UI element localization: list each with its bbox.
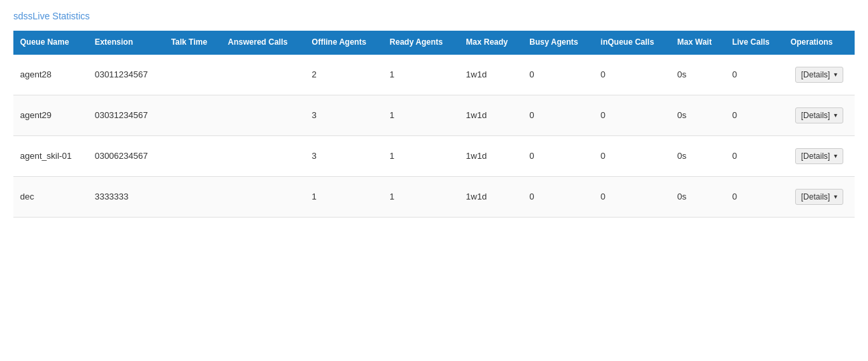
cell-busy-agents: 0 (523, 135, 594, 176)
cell-offline-agents: 3 (305, 135, 384, 176)
details-label: [Details] (801, 151, 830, 161)
chevron-down-icon: ▾ (834, 111, 837, 119)
col-header-max-ready: Max Ready (459, 31, 523, 55)
cell-offline-agents: 1 (305, 176, 384, 217)
cell-max-wait: 0s (671, 176, 726, 217)
cell-talk-time (164, 55, 221, 95)
cell-inqueue-calls: 0 (594, 55, 671, 95)
cell-talk-time (164, 95, 221, 135)
chevron-down-icon: ▾ (834, 152, 837, 159)
cell-live-calls: 0 (726, 176, 784, 217)
cell-inqueue-calls: 0 (594, 176, 671, 217)
cell-max-ready: 1w1d (459, 55, 523, 95)
col-header-inqueue-calls: inQueue Calls (594, 31, 671, 55)
col-header-busy-agents: Busy Agents (523, 31, 594, 55)
col-header-extension: Extension (88, 31, 164, 55)
cell-extension: 03031234567 (88, 95, 164, 135)
cell-operations: [Details]▾ (784, 135, 855, 176)
cell-live-calls: 0 (726, 55, 784, 95)
cell-extension: 3333333 (88, 176, 164, 217)
cell-max-ready: 1w1d (459, 135, 523, 176)
cell-answered-calls (221, 176, 305, 217)
cell-inqueue-calls: 0 (594, 95, 671, 135)
details-button[interactable]: [Details]▾ (795, 148, 843, 164)
col-header-queue-name: Queue Name (13, 31, 88, 55)
chevron-down-icon: ▾ (834, 193, 837, 200)
cell-answered-calls (221, 95, 305, 135)
table-row: agent2803011234567211w1d000s0[Details]▾ (13, 55, 855, 95)
statistics-table: Queue Name Extension Talk Time Answered … (13, 31, 855, 218)
cell-live-calls: 0 (726, 95, 784, 135)
col-header-max-wait: Max Wait (671, 31, 726, 55)
cell-ready-agents: 1 (383, 95, 459, 135)
cell-talk-time (164, 135, 221, 176)
cell-inqueue-calls: 0 (594, 135, 671, 176)
table-header-row: Queue Name Extension Talk Time Answered … (13, 31, 855, 55)
cell-live-calls: 0 (726, 135, 784, 176)
table-row: dec3333333111w1d000s0[Details]▾ (13, 176, 855, 217)
col-header-live-calls: Live Calls (726, 31, 784, 55)
cell-operations: [Details]▾ (784, 176, 855, 217)
cell-max-wait: 0s (671, 95, 726, 135)
cell-offline-agents: 3 (305, 95, 384, 135)
cell-ready-agents: 1 (383, 176, 459, 217)
details-label: [Details] (801, 192, 830, 202)
cell-max-wait: 0s (671, 135, 726, 176)
col-header-talk-time: Talk Time (164, 31, 221, 55)
cell-extension: 03011234567 (88, 55, 164, 95)
cell-offline-agents: 2 (305, 55, 384, 95)
details-button[interactable]: [Details]▾ (795, 189, 843, 205)
table-row: agent_skil-0103006234567311w1d000s0[Deta… (13, 135, 855, 176)
cell-operations: [Details]▾ (784, 55, 855, 95)
details-label: [Details] (801, 111, 830, 120)
page-wrapper: sdssLive Statistics Queue Name Extension… (0, 0, 868, 361)
col-header-answered-calls: Answered Calls (221, 31, 305, 55)
col-header-ready-agents: Ready Agents (383, 31, 459, 55)
cell-operations: [Details]▾ (784, 95, 855, 135)
cell-queue-name: agent28 (13, 55, 88, 95)
cell-queue-name: agent29 (13, 95, 88, 135)
cell-answered-calls (221, 135, 305, 176)
col-header-operations: Operations (784, 31, 855, 55)
cell-answered-calls (221, 55, 305, 95)
cell-max-ready: 1w1d (459, 95, 523, 135)
cell-ready-agents: 1 (383, 55, 459, 95)
cell-busy-agents: 0 (523, 55, 594, 95)
cell-busy-agents: 0 (523, 176, 594, 217)
cell-ready-agents: 1 (383, 135, 459, 176)
cell-queue-name: dec (13, 176, 88, 217)
details-label: [Details] (801, 70, 830, 79)
chevron-down-icon: ▾ (834, 71, 837, 78)
details-button[interactable]: [Details]▾ (795, 107, 843, 123)
cell-queue-name: agent_skil-01 (13, 135, 88, 176)
cell-max-wait: 0s (671, 55, 726, 95)
cell-max-ready: 1w1d (459, 176, 523, 217)
table-row: agent2903031234567311w1d000s0[Details]▾ (13, 95, 855, 135)
cell-busy-agents: 0 (523, 95, 594, 135)
col-header-offline-agents: Offline Agents (305, 31, 384, 55)
details-button[interactable]: [Details]▾ (795, 67, 843, 83)
cell-extension: 03006234567 (88, 135, 164, 176)
cell-talk-time (164, 176, 221, 217)
page-title: sdssLive Statistics (13, 11, 855, 21)
